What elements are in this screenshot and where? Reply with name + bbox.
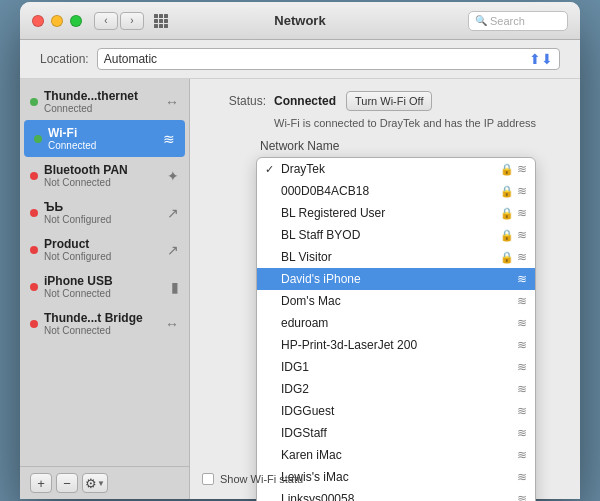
network-signal-7: ≋	[517, 316, 527, 330]
window-title: Network	[274, 13, 325, 28]
remove-network-button[interactable]: −	[56, 473, 78, 493]
item-info-6: Thunde...t Bridge Not Connected	[44, 311, 161, 336]
network-name-4: BL Visitor	[281, 250, 500, 264]
item-info-5: iPhone USB Not Connected	[44, 274, 167, 299]
item-icon-3: ↗	[167, 205, 179, 221]
network-lock-3: 🔒	[500, 229, 514, 242]
status-label: Status:	[206, 94, 266, 108]
status-dot-2	[30, 172, 38, 180]
network-lock-4: 🔒	[500, 251, 514, 264]
network-item-11[interactable]: IDGGuest ≋	[257, 400, 535, 422]
search-icon: 🔍	[475, 15, 487, 26]
network-item-8[interactable]: HP-Print-3d-LaserJet 200 ≋	[257, 334, 535, 356]
item-name-4: Product	[44, 237, 163, 251]
network-lock-1: 🔒	[500, 185, 514, 198]
search-box[interactable]: 🔍 Search	[468, 11, 568, 31]
sidebar-item-2[interactable]: Bluetooth PAN Not Connected ✦	[20, 157, 189, 194]
network-signal-14: ≋	[517, 470, 527, 484]
network-signal-11: ≋	[517, 404, 527, 418]
network-list-header: Network Name	[256, 139, 564, 153]
forward-button[interactable]: ›	[120, 12, 144, 30]
network-name-10: IDG2	[281, 382, 514, 396]
grid-button[interactable]	[150, 12, 172, 30]
sidebar-item-0[interactable]: Thunde...thernet Connected ↔	[20, 83, 189, 120]
sidebar-item-4[interactable]: Product Not Configured ↗	[20, 231, 189, 268]
location-label: Location:	[40, 52, 89, 66]
item-info-1: Wi-Fi Connected	[48, 126, 159, 151]
status-row: Status: Connected Turn Wi-Fi Off	[206, 91, 564, 111]
network-item-15[interactable]: Linksys00058 ≋	[257, 488, 535, 501]
network-window: ‹ › Network 🔍 Search Location: Automatic…	[20, 2, 580, 499]
wifi-off-button[interactable]: Turn Wi-Fi Off	[346, 91, 432, 111]
show-wifi-row: Show Wi-Fi statu	[202, 473, 303, 485]
item-status-2: Not Connected	[44, 177, 163, 188]
item-icon-2: ✦	[167, 168, 179, 184]
item-status-3: Not Configured	[44, 214, 163, 225]
sidebar: Thunde...thernet Connected ↔ Wi-Fi Conne…	[20, 79, 190, 499]
add-network-button[interactable]: +	[30, 473, 52, 493]
network-item-9[interactable]: IDG1 ≋	[257, 356, 535, 378]
network-item-10[interactable]: IDG2 ≋	[257, 378, 535, 400]
item-status-1: Connected	[48, 140, 159, 151]
network-item-13[interactable]: Karen iMac ≋	[257, 444, 535, 466]
status-value: Connected	[274, 94, 336, 108]
network-name-0: DrayTek	[281, 162, 500, 176]
item-name-0: Thunde...thernet	[44, 89, 161, 103]
status-dot-1	[34, 135, 42, 143]
item-info-2: Bluetooth PAN Not Connected	[44, 163, 163, 188]
show-wifi-checkbox[interactable]	[202, 473, 214, 485]
network-item-3[interactable]: BL Staff BYOD 🔒 ≋	[257, 224, 535, 246]
sidebar-item-3[interactable]: ЪЬ Not Configured ↗	[20, 194, 189, 231]
network-item-5[interactable]: David's iPhone ≋	[257, 268, 535, 290]
sidebar-item-5[interactable]: iPhone USB Not Connected ▮	[20, 268, 189, 305]
network-check-0: ✓	[265, 163, 281, 176]
sidebar-toolbar: + − ⚙ ▼	[20, 466, 189, 499]
item-info-4: Product Not Configured	[44, 237, 163, 262]
network-item-6[interactable]: Dom's Mac ≋	[257, 290, 535, 312]
status-dot-6	[30, 320, 38, 328]
network-signal-2: ≋	[517, 206, 527, 220]
gear-icon: ⚙	[85, 476, 97, 491]
main-panel: Status: Connected Turn Wi-Fi Off Wi-Fi i…	[190, 79, 580, 499]
network-item-7[interactable]: eduroam ≋	[257, 312, 535, 334]
network-lock-2: 🔒	[500, 207, 514, 220]
minimize-button[interactable]	[51, 15, 63, 27]
item-info-0: Thunde...thernet Connected	[44, 89, 161, 114]
network-item-2[interactable]: BL Registered User 🔒 ≋	[257, 202, 535, 224]
grid-icon	[154, 14, 168, 28]
network-signal-4: ≋	[517, 250, 527, 264]
location-select[interactable]: Automatic ⬆⬇	[97, 48, 560, 70]
network-name-7: eduroam	[281, 316, 514, 330]
network-item-0[interactable]: ✓ DrayTek 🔒 ≋	[257, 158, 535, 180]
network-item-4[interactable]: BL Visitor 🔒 ≋	[257, 246, 535, 268]
traffic-lights	[32, 15, 82, 27]
network-signal-8: ≋	[517, 338, 527, 352]
network-name-12: IDGStaff	[281, 426, 514, 440]
titlebar: ‹ › Network 🔍 Search	[20, 2, 580, 40]
network-name-6: Dom's Mac	[281, 294, 514, 308]
sidebar-item-6[interactable]: Thunde...t Bridge Not Connected ↔	[20, 305, 189, 342]
status-description: Wi-Fi is connected to DrayTek and has th…	[274, 117, 564, 129]
network-item-1[interactable]: 000D0B4ACB18 🔒 ≋	[257, 180, 535, 202]
item-status-6: Not Connected	[44, 325, 161, 336]
item-icon-0: ↔	[165, 94, 179, 110]
close-button[interactable]	[32, 15, 44, 27]
network-item-12[interactable]: IDGStaff ≋	[257, 422, 535, 444]
network-name-1: 000D0B4ACB18	[281, 184, 500, 198]
network-name-2: BL Registered User	[281, 206, 500, 220]
item-name-5: iPhone USB	[44, 274, 167, 288]
maximize-button[interactable]	[70, 15, 82, 27]
item-icon-5: ▮	[171, 279, 179, 295]
item-icon-1: ≋	[163, 131, 175, 147]
gear-button[interactable]: ⚙ ▼	[82, 473, 108, 493]
item-name-1: Wi-Fi	[48, 126, 159, 140]
item-name-2: Bluetooth PAN	[44, 163, 163, 177]
nav-buttons: ‹ ›	[94, 12, 144, 30]
network-name-5: David's iPhone	[281, 272, 514, 286]
status-dot-0	[30, 98, 38, 106]
network-signal-13: ≋	[517, 448, 527, 462]
back-button[interactable]: ‹	[94, 12, 118, 30]
network-name-9: IDG1	[281, 360, 514, 374]
network-signal-6: ≋	[517, 294, 527, 308]
sidebar-item-1[interactable]: Wi-Fi Connected ≋	[24, 120, 185, 157]
